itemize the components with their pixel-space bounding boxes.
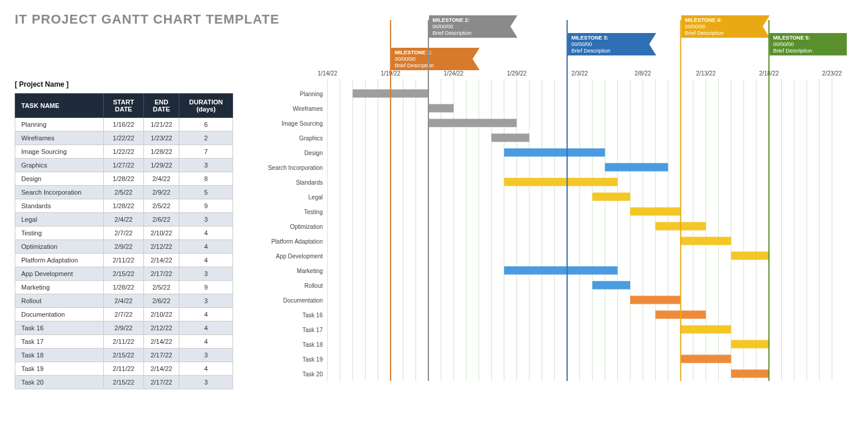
table-cell: 2/11/22 <box>104 335 144 349</box>
task-table-panel: [ Project Name ] TASK NAME START DATE EN… <box>15 80 233 389</box>
svg-rect-79 <box>630 296 681 304</box>
table-row: Graphics1/27/221/29/223 <box>15 159 233 172</box>
svg-text:00/00/00: 00/00/00 <box>571 41 592 47</box>
svg-rect-75 <box>504 267 617 275</box>
table-cell: 1/28/22 <box>143 145 179 159</box>
table-row: Planning1/16/221/21/226 <box>15 118 233 132</box>
table-header-row: TASK NAME START DATE END DATE DURATION (… <box>15 94 233 118</box>
svg-text:Platform Adaptation: Platform Adaptation <box>271 238 323 245</box>
svg-text:2/13/22: 2/13/22 <box>696 70 716 77</box>
table-cell: 4 <box>179 362 233 376</box>
table-cell: Task 16 <box>15 321 104 335</box>
table-cell: Testing <box>15 226 104 240</box>
svg-rect-83 <box>681 326 732 334</box>
svg-text:Marketing: Marketing <box>297 268 323 274</box>
project-name-label: [ Project Name ] <box>15 80 233 88</box>
table-cell: Wireframes <box>15 132 104 145</box>
svg-text:2/8/22: 2/8/22 <box>634 70 651 77</box>
table-cell: 2/7/22 <box>104 226 144 240</box>
table-row: Task 182/15/222/17/223 <box>15 349 233 362</box>
svg-text:Brief Description: Brief Description <box>773 48 812 54</box>
table-cell: 3 <box>179 213 233 226</box>
table-cell: Rollout <box>15 294 104 308</box>
table-cell: 3 <box>179 376 233 389</box>
svg-text:Design: Design <box>304 150 323 156</box>
svg-text:Task 18: Task 18 <box>303 342 323 348</box>
svg-rect-67 <box>630 208 681 216</box>
table-cell: 2/17/22 <box>143 376 179 389</box>
table-row: Marketing1/28/222/5/229 <box>15 281 233 294</box>
table-cell: 7 <box>179 145 233 159</box>
table-row: Rollout2/4/222/6/223 <box>15 294 233 308</box>
table-cell: Planning <box>15 118 104 132</box>
svg-text:Brief Description: Brief Description <box>571 48 610 54</box>
table-row: App Development2/15/222/17/223 <box>15 267 233 281</box>
svg-text:Wireframes: Wireframes <box>293 106 323 112</box>
svg-text:Brief Description: Brief Description <box>433 30 471 36</box>
svg-text:Task 19: Task 19 <box>303 356 323 363</box>
svg-text:Search Incorporation: Search Incorporation <box>268 165 323 171</box>
svg-text:Task 17: Task 17 <box>303 327 323 333</box>
svg-text:Task 16: Task 16 <box>303 312 323 318</box>
table-cell: 2 <box>179 132 233 145</box>
table-cell: 2/11/22 <box>104 362 144 376</box>
table-cell: Task 19 <box>15 362 104 376</box>
gantt-chart-panel: 1/14/221/19/221/24/221/29/222/3/222/8/22… <box>257 15 853 383</box>
table-cell: 2/11/22 <box>104 254 144 267</box>
table-cell: 2/14/22 <box>143 335 179 349</box>
svg-text:00/00/00: 00/00/00 <box>433 24 453 29</box>
svg-text:1/29/22: 1/29/22 <box>507 70 527 77</box>
table-cell: Search Incorporation <box>15 186 104 199</box>
table-cell: 2/14/22 <box>143 254 179 267</box>
svg-text:1/24/22: 1/24/22 <box>444 70 464 77</box>
table-cell: Task 20 <box>15 376 104 389</box>
table-cell: 4 <box>179 321 233 335</box>
svg-text:Standards: Standards <box>296 179 323 186</box>
table-cell: 2/12/22 <box>143 240 179 254</box>
svg-rect-85 <box>731 340 769 349</box>
svg-text:Task 20: Task 20 <box>303 371 323 377</box>
table-cell: Optimization <box>15 240 104 254</box>
svg-text:00/00/00: 00/00/00 <box>395 56 415 62</box>
svg-rect-59 <box>504 149 605 157</box>
table-cell: 1/29/22 <box>143 159 179 172</box>
table-cell: 2/5/22 <box>143 199 179 213</box>
table-cell: 4 <box>179 308 233 321</box>
svg-rect-65 <box>592 193 630 201</box>
col-duration: DURATION (days) <box>179 94 233 118</box>
table-cell: 1/16/22 <box>104 118 144 132</box>
table-row: Task 202/15/222/17/223 <box>15 376 233 389</box>
table-cell: 9 <box>179 199 233 213</box>
svg-rect-89 <box>731 370 769 378</box>
svg-rect-73 <box>731 252 769 260</box>
table-cell: 1/28/22 <box>104 199 144 213</box>
table-cell: 6 <box>179 118 233 132</box>
svg-rect-53 <box>428 104 454 113</box>
table-row: Image Sourcing1/22/221/28/227 <box>15 145 233 159</box>
task-table: TASK NAME START DATE END DATE DURATION (… <box>15 93 233 389</box>
svg-text:Optimization: Optimization <box>290 224 323 230</box>
svg-text:2/23/22: 2/23/22 <box>822 70 842 77</box>
table-row: Optimization2/9/222/12/224 <box>15 240 233 254</box>
table-cell: 2/14/22 <box>143 362 179 376</box>
table-row: Search Incorporation2/5/222/9/225 <box>15 186 233 199</box>
table-cell: 3 <box>179 267 233 281</box>
table-cell: 2/17/22 <box>143 267 179 281</box>
svg-text:MILESTONE 4:: MILESTONE 4: <box>685 17 722 23</box>
table-cell: 2/10/22 <box>143 226 179 240</box>
svg-text:Rollout: Rollout <box>304 283 323 289</box>
col-task-name: TASK NAME <box>15 94 104 118</box>
table-row: Standards1/28/222/5/229 <box>15 199 233 213</box>
table-cell: Task 17 <box>15 335 104 349</box>
table-cell: Marketing <box>15 281 104 294</box>
table-cell: 4 <box>179 335 233 349</box>
table-row: Documentation2/7/222/10/224 <box>15 308 233 321</box>
table-cell: 3 <box>179 349 233 362</box>
svg-text:MILESTONE 5:: MILESTONE 5: <box>773 35 810 41</box>
table-row: Platform Adaptation2/11/222/14/224 <box>15 254 233 267</box>
svg-rect-57 <box>492 134 529 142</box>
table-cell: 2/6/22 <box>143 213 179 226</box>
table-cell: 3 <box>179 159 233 172</box>
table-cell: 2/5/22 <box>104 186 144 199</box>
table-cell: 1/22/22 <box>104 132 144 145</box>
